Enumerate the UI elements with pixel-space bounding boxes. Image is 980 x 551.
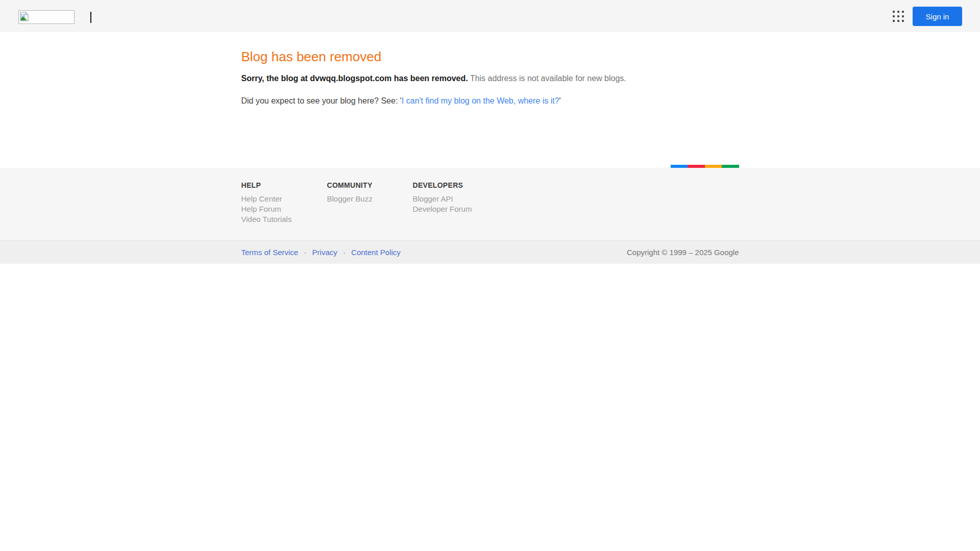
footer-link-help-forum[interactable]: Help Forum: [241, 205, 281, 213]
footer-legal-bar: Terms of Service · Privacy · Content Pol…: [0, 240, 980, 264]
footer-heading-help: HELP: [241, 181, 327, 189]
rainbow-bar: [671, 165, 739, 168]
legal-links: Terms of Service · Privacy · Content Pol…: [241, 248, 401, 257]
removed-message-bold: Sorry, the blog at dvwqq.blogspot.com ha…: [241, 74, 468, 83]
footer-column-help: HELP Help Center Help Forum Video Tutori…: [241, 181, 327, 224]
privacy-link[interactable]: Privacy: [312, 248, 337, 257]
footer-link-video-tutorials[interactable]: Video Tutorials: [241, 215, 292, 223]
copyright-text: Copyright © 1999 – 2025 Google: [627, 248, 739, 257]
sign-in-button[interactable]: Sign in: [913, 7, 962, 26]
removed-message: Sorry, the blog at dvwqq.blogspot.com ha…: [241, 73, 739, 84]
footer-link-blogger-api[interactable]: Blogger API: [413, 194, 453, 203]
cant-find-blog-link[interactable]: I can't find my blog on the Web, where i…: [402, 96, 559, 105]
text-caret: [90, 12, 91, 23]
footer-heading-developers: DEVELOPERS: [413, 181, 499, 189]
separator-dot: ·: [304, 248, 306, 257]
expect-prefix: Did you expect to see your blog here? Se…: [241, 96, 402, 105]
blogger-logo-broken-image[interactable]: [18, 10, 75, 24]
expect-suffix: ': [559, 96, 561, 105]
footer-heading-community: COMMUNITY: [327, 181, 413, 189]
page-title: Blog has been removed: [241, 32, 739, 65]
rainbow-segment: [722, 165, 739, 168]
expect-message: Did you expect to see your blog here? Se…: [241, 96, 739, 106]
removed-message-rest: This address is not available for new bl…: [470, 74, 626, 83]
rainbow-segment: [688, 165, 705, 168]
separator-dot: ·: [343, 248, 346, 257]
footer-link-developer-forum[interactable]: Developer Forum: [413, 205, 472, 213]
header: Sign in: [0, 0, 980, 32]
footer-link-help-center[interactable]: Help Center: [241, 194, 282, 203]
content-policy-link[interactable]: Content Policy: [351, 248, 401, 257]
footer-column-developers: DEVELOPERS Blogger API Developer Forum: [413, 181, 499, 224]
google-apps-grid-icon[interactable]: [893, 11, 904, 22]
rainbow-segment: [705, 165, 722, 168]
broken-image-icon: [20, 12, 73, 21]
terms-of-service-link[interactable]: Terms of Service: [241, 248, 299, 257]
footer-link-blogger-buzz[interactable]: Blogger Buzz: [327, 194, 373, 203]
footer-column-community: COMMUNITY Blogger Buzz: [327, 181, 413, 224]
rainbow-segment: [671, 165, 688, 168]
footer: HELP Help Center Help Forum Video Tutori…: [0, 168, 980, 240]
main-content: Blog has been removed Sorry, the blog at…: [0, 32, 980, 165]
